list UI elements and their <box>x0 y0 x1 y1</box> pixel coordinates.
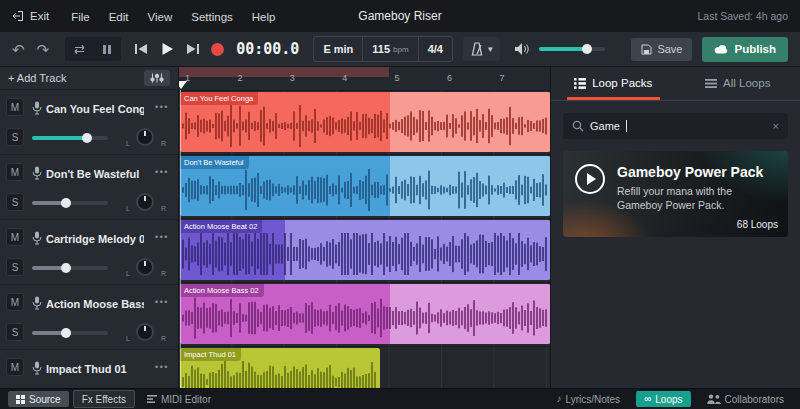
solo-button[interactable]: S <box>6 193 24 211</box>
pack-description: Refill your mana with the Gameboy Power … <box>617 184 773 212</box>
editor-tab-midi-editor[interactable]: MIDI Editor <box>139 391 219 407</box>
pause-button[interactable] <box>97 40 117 58</box>
bar-number-6: 6 <box>447 73 452 83</box>
menu-file[interactable]: File <box>71 11 90 23</box>
undo-icon[interactable]: ↶ <box>12 42 25 57</box>
record-button[interactable] <box>211 43 224 56</box>
panel-tab-loops[interactable]: ∞Loops <box>636 391 690 407</box>
clear-search-icon[interactable]: × <box>773 120 779 132</box>
mute-button[interactable]: M <box>6 228 24 246</box>
mute-button[interactable]: M <box>6 98 24 116</box>
loop-toggle-button[interactable] <box>69 40 89 58</box>
track-menu-button[interactable]: ••• <box>155 167 169 177</box>
pan-knob[interactable] <box>136 128 154 146</box>
publish-label: Publish <box>734 43 776 55</box>
track-volume-slider[interactable] <box>32 201 108 205</box>
track-volume-slider[interactable] <box>32 331 108 335</box>
source-grid-icon <box>16 395 25 404</box>
save-button[interactable]: Save <box>631 38 692 61</box>
track-row-can-you-feel-conga[interactable]: M S Can You Feel Conga ••• L R <box>0 90 178 155</box>
mute-button[interactable]: M <box>6 293 24 311</box>
editor-tab-fx-effects[interactable]: Fx Effects <box>73 390 135 408</box>
microphone-icon <box>32 166 42 180</box>
bpm-unit: bpm <box>393 45 409 54</box>
bar-number-3: 3 <box>290 73 295 83</box>
play-button[interactable] <box>157 40 177 58</box>
skip-to-start-button[interactable] <box>131 40 151 58</box>
editor-tab-source[interactable]: Source <box>8 391 69 407</box>
track-menu-button[interactable]: ••• <box>155 297 169 307</box>
tab-label: MIDI Editor <box>161 394 211 405</box>
speaker-icon[interactable] <box>514 42 531 56</box>
menu-help[interactable]: Help <box>252 11 276 23</box>
track-row-don-t-be-wasteful[interactable]: M S Don't Be Wasteful ••• L R <box>0 155 178 220</box>
clip-don-t-be-wasteful[interactable]: Don't Be Wasteful <box>180 156 551 216</box>
panel-tab-collaborators[interactable]: Collaborators <box>699 391 792 407</box>
pan-indicator <box>144 131 146 136</box>
track-name: Don't Be Wasteful <box>46 168 139 180</box>
track-row-impact-thud-01[interactable]: M S Impact Thud 01 ••• L R <box>0 350 178 388</box>
volume-fill <box>539 47 587 51</box>
collaborators-icon <box>707 394 721 404</box>
tab-all-loops[interactable]: All Loops <box>676 66 800 100</box>
skip-to-end-button[interactable] <box>183 40 203 58</box>
menu-settings[interactable]: Settings <box>191 11 233 23</box>
key-selector[interactable]: E min <box>314 37 363 61</box>
save-label: Save <box>657 43 682 55</box>
mute-button[interactable]: M <box>6 163 24 181</box>
timeline-ruler[interactable]: 12345678 <box>179 66 551 91</box>
track-row-cartridge-melody-01[interactable]: M S Cartridge Melody 01 ••• L R <box>0 220 178 285</box>
master-volume-slider[interactable] <box>539 47 605 51</box>
bpm-selector[interactable]: 115bpm <box>363 37 418 61</box>
track-menu-button[interactable]: ••• <box>155 362 169 372</box>
clip-impact-thud-01[interactable]: Impact Thud 01 <box>180 348 380 388</box>
slider-handle[interactable] <box>82 133 92 143</box>
tab-loop-packs[interactable]: Loop Packs <box>551 66 676 100</box>
search-input-value[interactable]: Game <box>590 120 620 132</box>
track-menu-button[interactable]: ••• <box>155 232 169 242</box>
loop-search-field[interactable]: Game × <box>563 113 788 139</box>
metronome-button[interactable]: ▾ <box>463 37 501 61</box>
playhead-marker[interactable] <box>179 81 187 89</box>
loop-region-marker[interactable] <box>179 66 389 77</box>
mixer-button[interactable] <box>144 70 170 86</box>
redo-icon[interactable]: ↷ <box>37 42 50 57</box>
pan-knob[interactable] <box>136 323 154 341</box>
mute-button[interactable]: M <box>6 358 24 376</box>
menu-view[interactable]: View <box>148 11 173 23</box>
slider-handle[interactable] <box>61 198 71 208</box>
menu-edit[interactable]: Edit <box>109 11 129 23</box>
solo-button[interactable]: S <box>6 323 24 341</box>
preview-play-button[interactable] <box>575 164 605 194</box>
solo-button[interactable]: S <box>6 258 24 276</box>
bar-number-7: 7 <box>499 73 504 83</box>
song-settings-group: E min 115bpm 4/4 <box>313 36 453 62</box>
track-volume-slider[interactable] <box>32 266 108 270</box>
pan-right-label: R <box>161 205 166 212</box>
track-menu-button[interactable]: ••• <box>155 102 169 112</box>
waveform-icon <box>180 361 380 388</box>
add-track-button[interactable]: + Add Track <box>8 72 66 84</box>
loop-pack-card[interactable]: Gameboy Power Pack Refill your mana with… <box>563 151 788 237</box>
track-lanes[interactable]: Can You Feel Conga Don't Be Wasteful Act… <box>179 90 551 388</box>
tab-label: Source <box>29 394 61 405</box>
clip-label: Impact Thud 01 <box>180 348 241 361</box>
publish-button[interactable]: Publish <box>702 37 788 62</box>
slider-handle[interactable] <box>61 328 71 338</box>
track-row-action-moose-bass-02[interactable]: M S Action Moose Bass 02 ••• L R <box>0 285 178 350</box>
exit-button[interactable]: Exit <box>12 10 49 22</box>
chevron-down-icon[interactable]: ▾ <box>488 44 493 54</box>
solo-button[interactable]: S <box>6 128 24 146</box>
clip-action-moose-bass-02[interactable]: Action Moose Bass 02 <box>180 284 551 344</box>
pan-knob[interactable] <box>136 258 154 276</box>
pan-knob[interactable] <box>136 193 154 211</box>
volume-handle[interactable] <box>582 44 592 54</box>
save-icon <box>641 44 652 55</box>
track-volume-slider[interactable] <box>32 136 108 140</box>
bpm-value: 115 <box>372 43 390 55</box>
slider-handle[interactable] <box>61 263 71 273</box>
time-signature-selector[interactable]: 4/4 <box>419 37 452 61</box>
panel-tab-lyrics-notes[interactable]: ♪Lyrics/Notes <box>548 391 628 407</box>
clip-can-you-feel-conga[interactable]: Can You Feel Conga <box>180 92 551 152</box>
clip-action-moose-beat-02[interactable]: Action Moose Beat 02 <box>180 220 551 280</box>
